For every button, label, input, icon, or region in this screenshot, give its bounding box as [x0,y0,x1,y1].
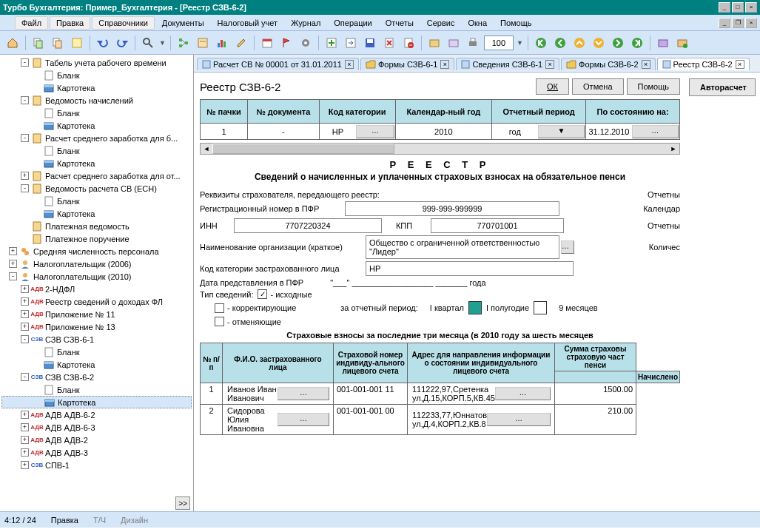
org-lookup-button[interactable]: … [561,240,574,254]
mdi-restore-button[interactable]: ❐ [732,18,744,28]
nav-prev-icon[interactable] [552,35,568,51]
tree-toggle[interactable]: + [21,461,29,469]
mdi-close-button[interactable]: × [745,18,757,28]
nav-first-icon[interactable] [533,35,549,51]
tree-node[interactable]: Бланк [1,107,192,119]
status-item[interactable]: Дизайн [121,516,148,525]
card2-icon[interactable] [445,35,462,51]
tree-node[interactable]: -СЗВСЗВ СЗВ-6-1 [1,333,192,346]
status-item[interactable]: Т/Ч [93,516,106,525]
chart-icon[interactable] [214,35,230,51]
tab[interactable]: Реестр СЗВ-6-2× [657,58,750,70]
tree-node[interactable]: +АДВАДВ АДВ-6-3 [1,421,192,434]
tree-node[interactable]: Платежная ведомость [1,220,192,232]
tree-toggle[interactable]: + [21,423,29,431]
tree-node[interactable]: Картотека [1,396,192,408]
tab-close-button[interactable]: × [642,60,650,69]
zoom-dd-icon[interactable]: ▼ [517,39,523,47]
menu-окна[interactable]: Окна [462,17,493,29]
param-td[interactable]: - [247,124,319,140]
tree-toggle[interactable]: + [21,297,29,306]
copy1-icon[interactable] [30,35,47,51]
tab[interactable]: Сведения СЗВ-6-1× [456,58,559,70]
tree-toggle[interactable]: - [21,96,29,104]
tree-node[interactable]: Картотека [1,358,192,371]
tree-node[interactable]: -Табель учета рабочего времени [1,56,192,69]
lookup-button[interactable]: … [278,413,329,426]
pol-box[interactable] [534,301,547,314]
tree-node[interactable]: +Налогоплательщик (2006) [1,257,192,270]
param-td[interactable]: год▼ [492,124,586,140]
table-row[interactable]: 1Иванов Иван Иванович…001-001-001 111112… [201,383,680,405]
tab[interactable]: Расчет СВ № 00001 от 31.01.2011× [197,58,359,70]
lookup-button[interactable]: … [278,387,329,400]
cancel-doc-icon[interactable] [400,35,417,51]
mdi-minimize-button[interactable]: _ [719,18,730,28]
action1-icon[interactable] [655,35,671,51]
param-td[interactable]: 31.12.2010… [586,124,680,140]
menu-отчеты[interactable]: Отчеты [380,17,420,29]
tree-node[interactable]: Платежное поручение [1,232,192,245]
card1-icon[interactable] [426,35,443,51]
ish-checkbox[interactable]: ✓ [258,289,267,299]
save-icon[interactable] [362,35,378,51]
lookup-button[interactable]: … [495,387,551,400]
tree-node[interactable]: +Расчет среднего заработка для от... [1,169,192,182]
status-item[interactable]: Правка [51,516,78,525]
nav-next-icon[interactable] [610,35,626,51]
table-row[interactable]: 2Сидорова Юлия Ивановна…001-001-001 0011… [201,405,680,435]
param-td[interactable]: НР… [319,124,395,140]
nav-down-icon[interactable] [591,35,607,51]
calendar-icon[interactable] [259,35,275,51]
tree-node[interactable]: +АДВРеестр сведений о доходах ФЛ [1,295,192,308]
zoom-input[interactable] [484,36,514,50]
search-icon[interactable] [140,35,156,51]
tab-close-button[interactable]: × [440,60,449,69]
copy2-icon[interactable] [50,35,66,51]
ok-button[interactable]: ОК [536,78,569,95]
kpp-field[interactable]: 770701001 [431,218,564,233]
note-icon[interactable] [69,35,85,51]
tree-toggle[interactable]: - [21,335,29,343]
tree-node[interactable]: Картотека [1,157,192,169]
minimize-button[interactable]: _ [719,2,730,13]
home-icon[interactable] [4,35,21,51]
dropdown-button[interactable]: ▼ [538,125,585,138]
tree-node[interactable]: Картотека [1,207,192,220]
tree-toggle[interactable]: - [9,272,17,280]
tree-node[interactable]: +АДВПриложение № 13 [1,320,192,333]
menu-операции[interactable]: Операции [328,17,377,29]
tree-node[interactable]: Бланк [1,195,192,207]
h-scrollbar[interactable]: ◄► [200,143,680,155]
form-icon[interactable] [195,35,211,51]
tree-node[interactable]: Картотека [1,119,192,132]
menu-налоговый учет[interactable]: Налоговый учет [212,17,284,29]
tree-toggle[interactable]: + [21,323,29,331]
param-td[interactable]: 2010 [395,124,491,140]
tree-node[interactable]: -Налогоплательщик (2010) [1,270,192,283]
tab-close-button[interactable]: × [545,60,554,69]
gear-icon[interactable] [297,35,314,51]
nav-up-icon[interactable] [571,35,588,51]
tree-toggle[interactable]: - [21,184,29,192]
lookup-button[interactable]: … [632,125,679,138]
dropdown-arrow-icon[interactable]: ▼ [159,39,166,47]
menu-справочники[interactable]: Справочники [92,16,155,30]
tree-expand-button[interactable]: >> [175,496,190,510]
tab-close-button[interactable]: × [345,60,354,69]
reg-field[interactable]: 999-999-999999 [345,201,559,216]
flag-icon[interactable] [278,35,295,51]
tree-node[interactable]: +АДВ2-НДФЛ [1,283,192,295]
lookup-button[interactable]: … [356,125,394,138]
maximize-button[interactable]: □ [732,2,744,13]
action2-icon[interactable] [674,35,690,51]
menu-помощь[interactable]: Помощь [494,17,538,29]
pencil-icon[interactable] [233,35,249,51]
param-td[interactable]: 1 [201,124,248,140]
tree-toggle[interactable]: + [21,172,29,180]
print-icon[interactable] [465,35,481,51]
tree-toggle[interactable]: + [9,260,17,268]
kor-checkbox[interactable] [215,303,224,313]
otm-checkbox[interactable] [215,317,224,326]
tree-node[interactable]: +АДВАДВ АДВ-6-2 [1,408,192,421]
